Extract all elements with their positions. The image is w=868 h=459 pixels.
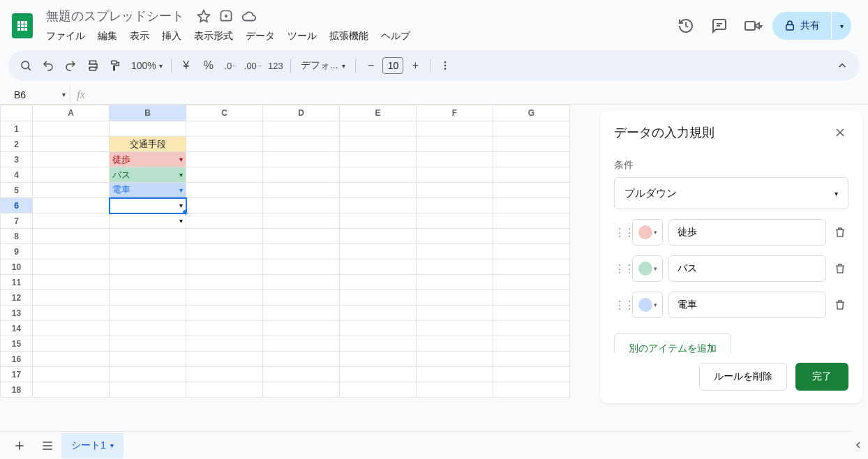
cell-E13[interactable] [340,306,417,321]
decrease-decimal-icon[interactable]: .0← [220,55,241,76]
col-header-D[interactable]: D [263,105,340,121]
cell-G8[interactable] [493,229,570,244]
row-header-1[interactable]: 1 [1,121,33,137]
cell-D15[interactable] [263,336,340,352]
zoom-select[interactable]: 100%▾ [127,60,167,71]
cell-D4[interactable] [263,167,340,183]
close-icon[interactable] [829,121,851,144]
spreadsheet-grid[interactable]: ABCDEFG12交通手段3徒歩▾4バス▾5電車▾6▾7▾89101112131… [0,105,600,409]
increase-decimal-icon[interactable]: .00→ [243,55,264,76]
font-size-increase[interactable]: + [405,55,426,76]
currency-icon[interactable]: ¥ [176,55,197,76]
cell-E15[interactable] [340,336,417,352]
cell-C8[interactable] [186,229,263,244]
cell-A13[interactable] [33,306,110,321]
cell-F14[interactable] [417,321,493,336]
history-icon[interactable] [672,12,700,40]
menu-help[interactable]: ヘルプ [375,27,416,45]
sheets-logo[interactable] [8,12,36,40]
cell-F12[interactable] [417,290,493,306]
cell-D11[interactable] [263,275,340,290]
col-header-F[interactable]: F [417,105,493,121]
cell-E7[interactable] [340,213,417,229]
cell-F9[interactable] [417,244,493,259]
font-size-input[interactable]: 10 [382,57,403,74]
cell-C11[interactable] [186,275,263,290]
cell-G18[interactable] [493,382,570,398]
row-header-7[interactable]: 7 [1,213,33,229]
cell-G16[interactable] [493,352,570,367]
percent-icon[interactable]: % [198,55,219,76]
cell-B5[interactable]: 電車▾ [110,183,186,198]
cell-E4[interactable] [340,167,417,183]
cell-C12[interactable] [186,290,263,306]
menu-insert[interactable]: 挿入 [156,27,187,45]
cell-B18[interactable] [110,382,186,398]
cell-C5[interactable] [186,183,263,198]
cell-A10[interactable] [33,259,110,275]
sheet-tab[interactable]: シート1▾ [61,433,124,458]
cell-E14[interactable] [340,321,417,336]
comment-icon[interactable] [705,12,733,40]
cell-B14[interactable] [110,321,186,336]
color-chip[interactable]: ▾ [632,219,663,246]
cell-G14[interactable] [493,321,570,336]
cell-C6[interactable] [186,198,263,213]
cell-G2[interactable] [493,137,570,152]
cell-F7[interactable] [417,213,493,229]
cell-B2[interactable]: 交通手段 [110,137,186,152]
cell-F17[interactable] [417,367,493,382]
row-header-5[interactable]: 5 [1,183,33,198]
cell-D9[interactable] [263,244,340,259]
menu-tools[interactable]: ツール [282,27,322,45]
cell-A8[interactable] [33,229,110,244]
cell-B1[interactable] [110,121,186,137]
col-header-G[interactable]: G [493,105,570,121]
row-header-8[interactable]: 8 [1,229,33,244]
cell-A17[interactable] [33,367,110,382]
cell-G17[interactable] [493,367,570,382]
cell-D5[interactable] [263,183,340,198]
cell-G13[interactable] [493,306,570,321]
redo-icon[interactable] [60,55,81,76]
color-chip[interactable]: ▾ [632,292,663,318]
cell-B3[interactable]: 徒歩▾ [110,152,186,167]
drag-handle-icon[interactable]: ⋮⋮ [614,226,627,239]
cell-B9[interactable] [110,244,186,259]
collapse-toolbar-icon[interactable] [832,55,853,76]
cell-E8[interactable] [340,229,417,244]
cloud-icon[interactable] [241,9,255,23]
cell-G6[interactable] [493,198,570,213]
cell-D7[interactable] [263,213,340,229]
add-item-button[interactable]: 別のアイテムを追加 [614,333,731,353]
cell-B8[interactable] [110,229,186,244]
cell-D8[interactable] [263,229,340,244]
cell-C16[interactable] [186,352,263,367]
formula-bar[interactable]: fx [70,85,868,104]
cell-C2[interactable] [186,137,263,152]
drag-handle-icon[interactable]: ⋮⋮ [614,299,627,312]
cell-A18[interactable] [33,382,110,398]
menu-extensions[interactable]: 拡張機能 [324,27,374,45]
done-button[interactable]: 完了 [795,363,848,391]
cell-C9[interactable] [186,244,263,259]
cell-A11[interactable] [33,275,110,290]
row-header-10[interactable]: 10 [1,259,33,275]
cell-B6[interactable]: ▾ [110,198,186,213]
cell-A9[interactable] [33,244,110,259]
row-header-11[interactable]: 11 [1,275,33,290]
cell-C15[interactable] [186,336,263,352]
cell-A6[interactable] [33,198,110,213]
cell-C17[interactable] [186,367,263,382]
col-header-B[interactable]: B [110,105,186,121]
cell-F4[interactable] [417,167,493,183]
cell-E18[interactable] [340,382,417,398]
row-header-6[interactable]: 6 [1,198,33,213]
cell-C14[interactable] [186,321,263,336]
cell-D10[interactable] [263,259,340,275]
cell-G3[interactable] [493,152,570,167]
cell-A7[interactable] [33,213,110,229]
name-box[interactable]: B6▾ [0,85,70,104]
undo-icon[interactable] [38,55,59,76]
cell-A2[interactable] [33,137,110,152]
